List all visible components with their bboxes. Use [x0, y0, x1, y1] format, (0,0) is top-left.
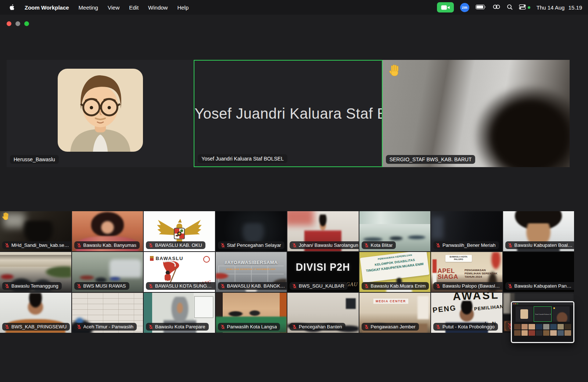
screen-share-pip-window[interactable]: Yosef Juandri Kaluara Staf B...	[511, 301, 574, 343]
participant-tile-johan-bawaslu-sarolangun[interactable]: Johan/ Bawaslu Sarolangun	[287, 211, 359, 251]
mic-off-icon	[292, 324, 297, 329]
participant-name: BAWASLU KOTA SUNGAI…	[155, 283, 215, 289]
pip-thumb	[521, 324, 528, 329]
control-center-icon[interactable]	[519, 4, 526, 11]
nameplate: Yosef Juandri Kaluara Staf BOLSEL	[198, 154, 287, 163]
participant-name: Bawaslu Kab. Banyumas	[83, 242, 137, 248]
pip-thumb	[557, 330, 564, 336]
speaker-display-name: Yosef Juandri Kaluara Staf B…	[194, 105, 381, 122]
participant-tile-yosef-juandri-active-speaker[interactable]: Yosef Juandri Kaluara Staf B… Yosef Juan…	[194, 60, 382, 167]
nameplate: Kota Blitar	[362, 241, 396, 249]
participant-name: BWS_KAB_PRINGSEWU	[11, 324, 67, 329]
pip-thumb	[514, 330, 521, 336]
window-controls	[7, 21, 29, 26]
mic-off-icon	[5, 324, 10, 329]
nameplate: MHd_Sandi_bws_kab.sek…	[2, 241, 71, 249]
raised-hand-icon	[388, 64, 401, 78]
participant-name: Bawaslu Kabupaten Boal…	[514, 242, 573, 248]
participant-tile-bws-musi-rawas[interactable]: BWS MUSI RAWAS	[72, 252, 143, 292]
participant-name: Bawaslu Kab.Muara Enim	[371, 283, 426, 289]
participant-tile-bawaslu-kab-bangka[interactable]: #AYOAWASIBERSAMAPEMILIHAN SERENTAK 27 NO…	[216, 252, 287, 292]
nameplate: Panwaslih Kota Langsa	[218, 323, 280, 331]
menu-view[interactable]: View	[108, 4, 119, 11]
pip-thumb	[550, 330, 557, 336]
pip-thumb	[564, 330, 571, 336]
participant-tile-bawaslu-kab-oku[interactable]: BAWASLU KAB. OKU	[144, 211, 215, 251]
app-menu-title[interactable]: Zoom Workplace	[25, 4, 69, 11]
participant-tile-pengawasan-jember[interactable]: MEDIA CENTER Pengawasan Jember	[359, 293, 431, 333]
nameplate: Putut - Kota Probolinggo	[433, 323, 498, 331]
pip-thumb	[557, 324, 564, 329]
participant-name: BWS_SGU_KALBAR	[299, 283, 344, 289]
mic-off-icon	[292, 284, 297, 288]
mic-off-icon	[436, 284, 441, 288]
raised-hand-icon	[2, 212, 10, 221]
scene-text-big: APEL SIAGA	[437, 268, 464, 280]
participant-tile-mhd-sandi-bws-kab-sek[interactable]: MHd_Sandi_bws_kab.sek…	[0, 211, 71, 251]
participant-tile-bawaslu-kota-parepare[interactable]: Bawaslu Kota Parepare	[144, 293, 215, 333]
mic-off-icon	[148, 284, 153, 288]
mic-off-icon	[5, 284, 10, 288]
scene-text-big: #AYOAWASIBERSAMA	[216, 260, 287, 265]
participants-grid: MHd_Sandi_bws_kab.sek… Bawaslu Kab. Bany…	[0, 211, 574, 333]
mic-off-icon	[436, 243, 441, 248]
scene-text-logo: BAWASLU	[150, 256, 183, 261]
raised-hand-icon	[2, 212, 10, 221]
participant-name: BAWASLU KAB. BANGKA…	[227, 283, 287, 289]
pip-stage: Yosef Juandri Kaluara Staf B...	[512, 305, 573, 322]
link-icon[interactable]	[492, 4, 501, 11]
menu-help[interactable]: Help	[177, 4, 189, 11]
participant-tile-aceh-timur-panwaslih[interactable]: Aceh Timur - Panwaslih	[72, 293, 143, 333]
participant-tile-bws-kab-pringsewu[interactable]: BWS_KAB_PRINGSEWU	[0, 293, 71, 333]
participant-name: Bawaslu Kabupaten Pang…	[514, 283, 574, 289]
participant-name: Putut - Kota Probolinggo	[442, 324, 495, 329]
speaker-stage: Herusse_Bawaslu Yosef Juandri Kaluara St…	[7, 60, 570, 167]
menu-window[interactable]: Window	[148, 4, 168, 11]
participant-tile-kota-blitar[interactable]: Kota Blitar	[359, 211, 431, 251]
participant-tile-panwaslih-bener-meriah[interactable]: Panwaslih_Bener Meriah	[431, 211, 502, 251]
participant-tile-bawaslu-temanggung[interactable]: Bawaslu Temanggung	[0, 252, 71, 292]
participant-tile-putut-kota-probolinggo[interactable]: AWASLPENGPEMILIHANI N Putut - Kota Probo…	[431, 293, 502, 333]
pip-thumb	[536, 330, 542, 336]
participant-tile-bawaslu-kab-muara-enim[interactable]: PEMAHAMAN KEPEMILUANKELOMPOK DISABILITAS…	[359, 252, 431, 292]
participant-tile-panwaslih-kota-langsa[interactable]: Panwaslih Kota Langsa	[216, 293, 287, 333]
participant-tile-bawaslu-kabupaten-pang[interactable]: Bawaslu Kabupaten Pang…	[503, 252, 574, 292]
camera-active-indicator[interactable]	[437, 2, 454, 12]
nameplate: Pencegahan Banten	[290, 323, 345, 331]
zoom-button[interactable]	[24, 21, 29, 26]
participant-tile-pencegahan-banten[interactable]: Pencegahan Banten	[287, 293, 359, 333]
search-icon[interactable]	[507, 4, 513, 11]
participant-name: BAWASLU KAB. OKU	[155, 242, 202, 248]
zoom-menubar-icon[interactable]: zm	[460, 3, 469, 12]
nameplate: Bawaslu Kota Parepare	[146, 323, 209, 331]
participant-tile-sergio[interactable]: SERGIO_STAF BWS_KAB. BARUT	[383, 60, 570, 167]
nameplate: Aceh Timur - Panwaslih	[74, 323, 137, 331]
minimize-button[interactable]	[15, 21, 20, 26]
battery-icon[interactable]	[476, 4, 486, 11]
menubar-clock[interactable]: Thu 14 Aug15.19	[537, 4, 582, 11]
close-button[interactable]	[7, 21, 11, 26]
apple-menu-icon[interactable]	[10, 4, 15, 11]
participant-tile-bws-sgu-kalbar[interactable]: DIVISI P2HIGGAU BWS_SGU_KALBAR	[287, 252, 359, 292]
nameplate: BWS MUSI RAWAS	[74, 282, 129, 290]
nameplate: Bawaslu Palopo (Bawaslu…	[433, 282, 502, 290]
participant-tile-herusse-bawaslu[interactable]: Herusse_Bawaslu	[7, 60, 194, 167]
participant-tile-bawaslu-palopo-bawaslu[interactable]: BAWASLU KOTA PALOPOAPEL SIAGAPENGAWASAN …	[431, 252, 502, 292]
participant-tile-bawaslu-kabupaten-boal[interactable]: Bawaslu Kabupaten Boal…	[503, 211, 574, 251]
pip-thumb	[521, 330, 528, 336]
mic-off-icon	[508, 284, 513, 288]
participant-name: Aceh Timur - Panwaslih	[83, 324, 134, 329]
menu-meeting[interactable]: Meeting	[79, 4, 98, 11]
participant-tile-bawaslu-kota-sungai[interactable]: BAWASLUUANG BAWASLU KOTA SUNGAI…	[144, 252, 215, 292]
scene-text-media: MEDIA CENTER	[373, 299, 408, 304]
mic-off-icon	[5, 243, 10, 248]
scene-text-sub: PEMILIHAN SERENTAK 27 NOVEMBER 2024	[216, 268, 287, 270]
status-green-dot	[528, 6, 530, 9]
nameplate: Johan/ Bawaslu Sarolangun	[290, 241, 359, 249]
participant-name: Pencegahan Banten	[299, 324, 342, 329]
menu-edit[interactable]: Edit	[129, 4, 139, 11]
participant-tile-bawaslu-kab-banyumas[interactable]: Bawaslu Kab. Banyumas	[72, 211, 143, 251]
nameplate: BWS_KAB_PRINGSEWU	[2, 323, 70, 331]
participant-name: MHd_Sandi_bws_kab.sek…	[11, 242, 71, 248]
participant-tile-staf-pencegahan-selayar[interactable]: Staf Pencegahan Selayar	[216, 211, 287, 251]
